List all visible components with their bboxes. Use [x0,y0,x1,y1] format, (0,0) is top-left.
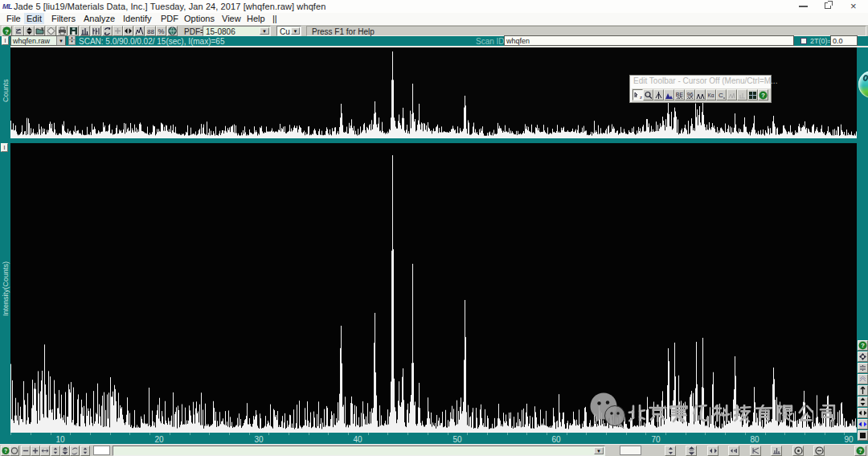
svg-text:88: 88 [147,28,154,35]
svg-text:?: ? [861,342,865,349]
svg-text:?: ? [4,448,7,454]
svg-text:z: z [640,95,642,100]
svg-text:C: C [719,92,723,99]
svg-text:%: % [158,27,164,35]
svg-text:BE: BE [676,92,684,97]
svg-text:Kα: Kα [707,92,714,98]
svg-text:?: ? [5,28,9,35]
svg-text:?: ? [761,92,765,99]
svg-text:?: ? [858,447,862,454]
svg-text:96: 96 [687,92,694,97]
